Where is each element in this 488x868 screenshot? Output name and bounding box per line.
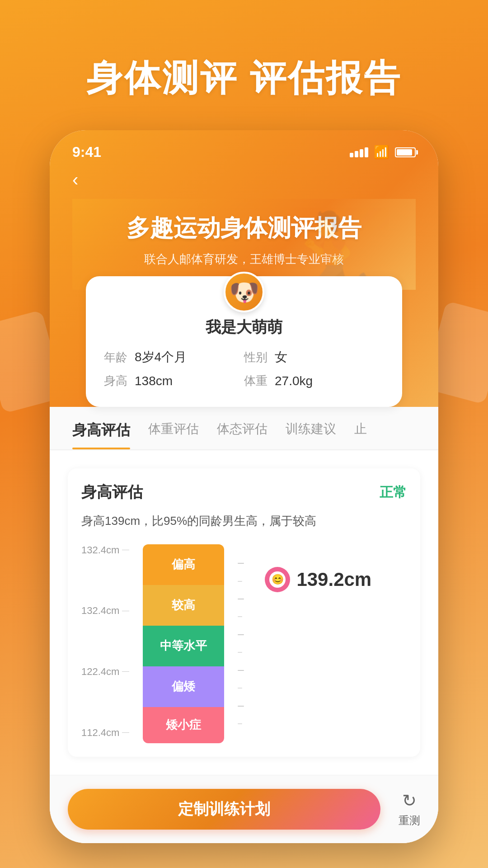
user-name: 我是大萌萌 bbox=[104, 317, 384, 338]
user-gender-item: 性别 女 bbox=[244, 349, 384, 366]
tab-height-assessment[interactable]: 身高评估 bbox=[63, 420, 139, 449]
indicator-text: 139.2cm bbox=[296, 569, 371, 590]
tick-10 bbox=[238, 723, 242, 724]
back-chevron-icon: ‹ bbox=[72, 170, 78, 189]
tick-2 bbox=[238, 581, 242, 582]
bar-jiaogao: 较高 bbox=[143, 585, 224, 626]
report-subtitle: 联合人邮体育研发，王雄博士专业审核 bbox=[90, 251, 398, 267]
indicator-value: 😊 139.2cm bbox=[265, 567, 371, 592]
tab-bar: 身高评估 体重评估 体态评估 训练建议 止 bbox=[50, 407, 438, 450]
gender-label: 性别 bbox=[244, 349, 267, 365]
signal-icon bbox=[350, 147, 368, 157]
remeasure-button[interactable]: ↻ 重测 bbox=[399, 791, 420, 828]
tab-weight-assessment[interactable]: 体重评估 bbox=[139, 420, 208, 449]
tick-8 bbox=[238, 688, 242, 689]
user-age-item: 年龄 8岁4个月 bbox=[104, 349, 244, 366]
remeasure-label: 重测 bbox=[399, 813, 420, 828]
user-weight-item: 体重 27.0kg bbox=[244, 373, 384, 389]
custom-plan-button[interactable]: 定制训练计划 bbox=[68, 789, 380, 830]
tick-3 bbox=[238, 599, 244, 599]
tab-more[interactable]: 止 bbox=[345, 420, 376, 449]
user-avatar: 🐶 bbox=[224, 272, 264, 312]
user-info-grid: 年龄 8岁4个月 性别 女 身高 138cm 体重 27.0kg bbox=[104, 349, 384, 389]
age-label: 年龄 bbox=[104, 349, 127, 365]
bottom-bar: 定制训练计划 ↻ 重测 bbox=[50, 775, 438, 843]
age-value: 8岁4个月 bbox=[135, 349, 187, 366]
tick-7 bbox=[238, 670, 244, 671]
height-value: 138cm bbox=[135, 374, 173, 388]
report-title: 多趣运动身体测评报告 bbox=[90, 212, 398, 244]
tick-1 bbox=[238, 563, 244, 564]
chart-indicator: 😊 139.2cm bbox=[265, 544, 371, 743]
page-title-text: 身体测评 评估报告 bbox=[0, 54, 488, 103]
status-time: 9:41 bbox=[72, 144, 101, 160]
battery-icon bbox=[395, 147, 416, 157]
bar-zhongdeng: 中等水平 bbox=[143, 626, 224, 666]
indicator-circle: 😊 bbox=[265, 567, 290, 592]
page-background-title: 身体测评 评估报告 bbox=[0, 0, 488, 130]
remeasure-icon: ↻ bbox=[402, 791, 417, 811]
user-card: 🐶 我是大萌萌 年龄 8岁4个月 性别 女 身高 138cm 体重 bbox=[86, 276, 402, 407]
scale-label-4: 112.4cm bbox=[81, 727, 129, 739]
chart-bars: 偏高 较高 中等水平 偏矮 矮小症 bbox=[143, 544, 224, 743]
status-bar: 9:41 📶 bbox=[72, 144, 416, 165]
user-height-item: 身高 138cm bbox=[104, 373, 244, 389]
bar-rudwarf: 矮小症 bbox=[143, 707, 224, 743]
assessment-description: 身高139cm，比95%的同龄男生高，属于较高 bbox=[81, 512, 407, 531]
tab-posture-assessment[interactable]: 体态评估 bbox=[208, 420, 277, 449]
scale-label-3: 122.4cm bbox=[81, 666, 129, 678]
status-icons: 📶 bbox=[350, 145, 416, 160]
wifi-icon: 📶 bbox=[374, 145, 389, 160]
chart-ruler bbox=[238, 544, 251, 743]
chart-scale-labels: 132.4cm 132.4cm 122.4cm 112.4cm bbox=[81, 544, 129, 743]
height-label: 身高 bbox=[104, 373, 127, 389]
weight-label: 体重 bbox=[244, 373, 267, 389]
tick-5 bbox=[238, 634, 244, 635]
phone-top-area: 9:41 📶 ‹ 多趣运动身体测评报告 联合人邮体育研发，王雄博士专业审 bbox=[50, 130, 438, 407]
tick-6 bbox=[238, 652, 242, 653]
tick-4 bbox=[238, 616, 242, 617]
gender-value: 女 bbox=[275, 349, 287, 366]
scale-label-1: 132.4cm bbox=[81, 544, 129, 556]
assessment-content: 身高评估 正常 身高139cm，比95%的同龄男生高，属于较高 132.4cm … bbox=[50, 450, 438, 775]
assessment-card: 身高评估 正常 身高139cm，比95%的同龄男生高，属于较高 132.4cm … bbox=[68, 468, 420, 757]
indicator-face-icon: 😊 bbox=[269, 571, 286, 588]
tick-9 bbox=[238, 706, 244, 707]
assessment-card-header: 身高评估 正常 bbox=[81, 482, 407, 503]
bar-piaiai: 偏矮 bbox=[143, 666, 224, 707]
assessment-status: 正常 bbox=[380, 483, 407, 502]
tab-training-advice[interactable]: 训练建议 bbox=[277, 420, 345, 449]
phone-mockup: 9:41 📶 ‹ 多趣运动身体测评报告 联合人邮体育研发，王雄博士专业审 bbox=[50, 130, 438, 843]
weight-value: 27.0kg bbox=[275, 374, 313, 388]
back-button[interactable]: ‹ bbox=[72, 165, 416, 199]
height-chart: 132.4cm 132.4cm 122.4cm 112.4cm bbox=[81, 544, 407, 743]
bar-piangao: 偏高 bbox=[143, 544, 224, 585]
scale-label-2: 132.4cm bbox=[81, 605, 129, 617]
assessment-card-title: 身高评估 bbox=[81, 482, 143, 503]
